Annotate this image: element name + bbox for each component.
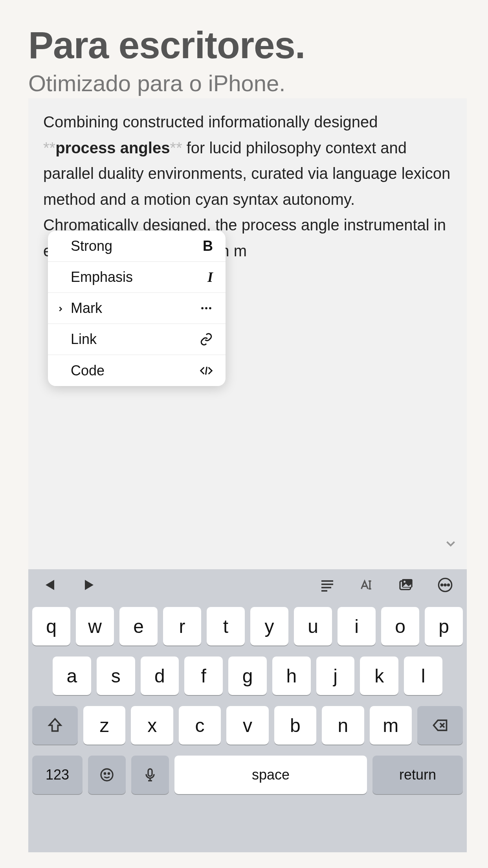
key-a[interactable]: a	[53, 657, 91, 695]
paragraph-button[interactable]	[317, 575, 337, 595]
key-l[interactable]: l	[404, 657, 442, 695]
format-popup: Strong B Emphasis I Mark Link Code	[48, 231, 226, 386]
key-mic[interactable]	[131, 756, 169, 794]
undo-button[interactable]	[40, 575, 60, 595]
key-t[interactable]: t	[207, 607, 245, 645]
svg-point-23	[108, 773, 109, 774]
key-emoji[interactable]	[88, 756, 126, 794]
key-numbers[interactable]: 123	[32, 756, 83, 794]
key-return[interactable]: return	[372, 756, 463, 794]
svg-point-2	[209, 307, 211, 309]
svg-line-3	[206, 367, 207, 375]
svg-point-0	[201, 307, 204, 309]
key-backspace[interactable]	[417, 706, 463, 745]
markdown-marker: **	[170, 139, 182, 156]
bold-text: process angles	[55, 139, 170, 156]
key-v[interactable]: v	[226, 706, 268, 745]
key-q[interactable]: q	[32, 607, 70, 645]
format-link[interactable]: Link	[48, 324, 226, 355]
key-k[interactable]: k	[360, 657, 398, 695]
keyboard-row-1: q w e r t y u i o p	[32, 607, 463, 645]
key-e[interactable]: e	[119, 607, 158, 645]
key-u[interactable]: u	[294, 607, 332, 645]
more-button[interactable]	[435, 575, 455, 595]
key-z[interactable]: z	[83, 706, 125, 745]
key-d[interactable]: d	[141, 657, 179, 695]
format-label: Emphasis	[71, 269, 207, 285]
key-c[interactable]: c	[179, 706, 221, 745]
key-x[interactable]: x	[131, 706, 173, 745]
redo-button[interactable]	[79, 575, 99, 595]
svg-point-14	[404, 581, 405, 583]
svg-point-1	[205, 307, 207, 309]
attachment-button[interactable]	[396, 575, 416, 595]
scroll-down-icon[interactable]	[443, 536, 458, 553]
format-code[interactable]: Code	[48, 355, 226, 386]
key-s[interactable]: s	[97, 657, 135, 695]
page-subtitle: Otimizado para o iPhone.	[28, 70, 460, 96]
key-i[interactable]: i	[338, 607, 376, 645]
svg-point-17	[444, 584, 446, 586]
svg-point-21	[101, 769, 113, 781]
key-f[interactable]: f	[184, 657, 223, 695]
key-space[interactable]: space	[174, 756, 367, 794]
keyboard-row-3: z x c v b n m	[32, 706, 463, 745]
text-format-button[interactable]	[357, 575, 376, 595]
more-icon	[200, 302, 213, 315]
chevron-right-icon	[57, 300, 64, 316]
format-strong[interactable]: Strong B	[48, 231, 226, 262]
key-n[interactable]: n	[322, 706, 364, 745]
format-label: Code	[71, 362, 200, 379]
key-h[interactable]: h	[272, 657, 311, 695]
svg-point-16	[441, 584, 443, 586]
key-shift[interactable]	[32, 706, 78, 745]
keyboard-row-4: 123 space return	[32, 756, 463, 794]
key-m[interactable]: m	[370, 706, 412, 745]
key-p[interactable]: p	[425, 607, 463, 645]
bold-icon: B	[203, 238, 213, 254]
page-title: Para escritores.	[28, 24, 460, 67]
format-label: Mark	[71, 300, 200, 316]
svg-point-22	[104, 773, 105, 774]
keyboard-row-2: a s d f g h j k l	[32, 657, 463, 695]
svg-rect-24	[148, 769, 152, 776]
code-icon	[200, 364, 213, 377]
text-segment: Combining constructed informationally de…	[43, 113, 378, 131]
key-y[interactable]: y	[250, 607, 288, 645]
key-w[interactable]: w	[76, 607, 114, 645]
format-label: Strong	[71, 238, 203, 254]
markdown-marker: **	[43, 139, 55, 156]
key-r[interactable]: r	[163, 607, 201, 645]
link-icon	[200, 333, 213, 346]
key-b[interactable]: b	[274, 706, 316, 745]
format-label: Link	[71, 331, 200, 348]
italic-icon: I	[207, 269, 213, 285]
key-g[interactable]: g	[228, 657, 267, 695]
format-emphasis[interactable]: Emphasis I	[48, 262, 226, 293]
editor-toolbar	[28, 569, 467, 601]
key-j[interactable]: j	[316, 657, 355, 695]
svg-point-18	[448, 584, 449, 586]
format-mark[interactable]: Mark	[48, 293, 226, 324]
key-o[interactable]: o	[381, 607, 419, 645]
keyboard: q w e r t y u i o p a s d f g h j k l z …	[28, 601, 467, 852]
